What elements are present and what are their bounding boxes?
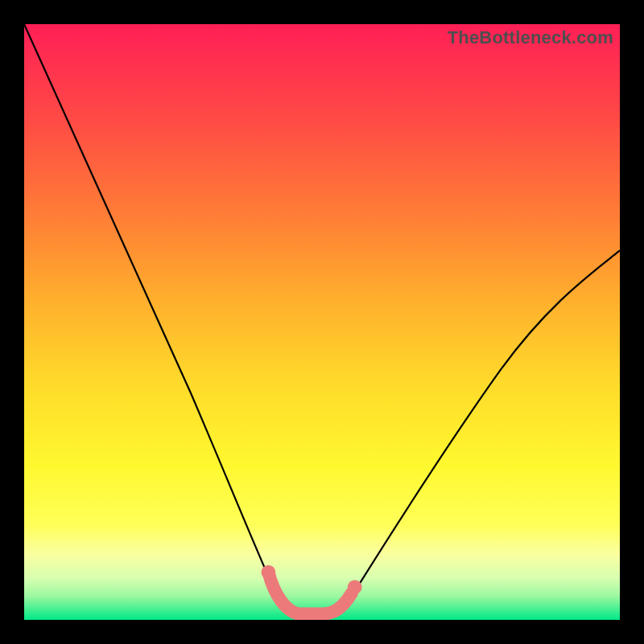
curve-path — [24, 24, 620, 614]
highlight-end-left — [262, 565, 276, 580]
highlight-zone — [268, 572, 352, 614]
plot-area: TheBottleneck.com — [24, 24, 620, 620]
outer-frame: TheBottleneck.com — [0, 0, 644, 644]
highlight-end-right — [348, 580, 362, 594]
bottleneck-curve — [24, 24, 620, 620]
